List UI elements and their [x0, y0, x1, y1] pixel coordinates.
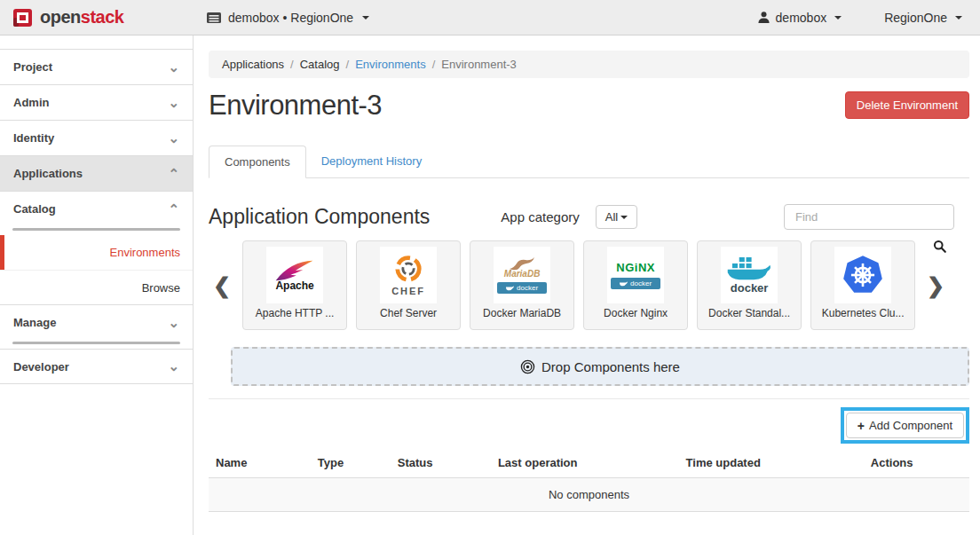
breadcrumb-separator: /: [290, 58, 294, 71]
component-card-chef[interactable]: CHEF Chef Server: [356, 240, 461, 330]
delete-environment-button[interactable]: Delete Environment: [845, 91, 969, 119]
docker-banner-text: docker: [517, 284, 538, 292]
app-category-value: All: [605, 210, 618, 224]
sidebar-item-label: Applications: [13, 167, 83, 180]
sidebar-item-environments[interactable]: Environments: [0, 235, 193, 270]
sidebar-item-label: Project: [13, 60, 52, 74]
openstack-cube-icon: [12, 6, 35, 29]
drop-target-icon: [520, 359, 535, 374]
search-button[interactable]: [933, 240, 946, 256]
empty-table-row: No components: [209, 478, 969, 512]
component-card-docker-mariadb[interactable]: MariaDB docker Docker MariaDB: [470, 240, 574, 330]
component-card-docker-nginx[interactable]: NGiNX docker Docker Nginx: [583, 240, 688, 330]
drop-components-zone[interactable]: Drop Components here: [231, 347, 969, 386]
sidebar-item-admin[interactable]: Admin ⌄: [0, 84, 193, 120]
switcher-label: demobox • RegionOne: [228, 11, 353, 25]
tab-components[interactable]: Components: [209, 146, 306, 178]
main-content: Applications/Catalog/Environments/Enviro…: [194, 35, 980, 535]
component-card-label: Docker MariaDB: [483, 307, 561, 319]
breadcrumb-catalog: Catalog: [300, 58, 340, 71]
sidebar-nav: Project ⌄ Admin ⌄ Identity ⌄ Application…: [0, 35, 194, 535]
sidebar-item-label: Admin: [13, 96, 49, 109]
project-region-switcher[interactable]: demobox • RegionOne: [206, 11, 369, 25]
breadcrumb-environments-link[interactable]: Environments: [355, 58, 425, 71]
sidebar-item-label: Manage: [13, 316, 56, 329]
tab-deployment-history[interactable]: Deployment History: [306, 146, 437, 177]
topbar-right-menus: demobox RegionOne: [757, 11, 980, 25]
top-navbar: openstack demobox • RegionOne demobox Re…: [0, 0, 980, 35]
sidebar-spacer: [0, 35, 193, 49]
kubernetes-logo: [834, 247, 891, 303]
find-input[interactable]: [784, 204, 954, 230]
manage-section-underline: [12, 342, 180, 344]
kubernetes-wheel-icon: [842, 254, 884, 296]
components-table-toolbar: + Add Component: [209, 407, 969, 444]
brand-wordmark: openstack: [40, 7, 123, 28]
sidebar-item-manage[interactable]: Manage ⌄: [0, 304, 193, 340]
carousel-next-button[interactable]: ❯: [922, 273, 949, 298]
plus-icon: +: [858, 421, 865, 431]
chevron-down-icon: ⌄: [168, 319, 179, 327]
breadcrumb-separator: /: [346, 58, 350, 71]
app-category-label: App category: [501, 209, 579, 224]
drop-zone-label: Drop Components here: [541, 359, 680, 374]
docker-banner: docker: [611, 278, 660, 289]
docker-whale-mini-icon: [620, 280, 628, 287]
docker-whale-icon: [726, 256, 772, 282]
component-card-apache[interactable]: Apache Apache HTTP ...: [242, 240, 347, 330]
breadcrumb-separator: /: [432, 58, 436, 71]
add-component-label: Add Component: [869, 419, 952, 432]
chef-logo-text: CHEF: [391, 286, 425, 296]
caret-down-icon: [362, 16, 369, 20]
brand-stack-text: stack: [81, 7, 124, 27]
action-highlight-ring: + Add Component: [841, 407, 969, 444]
empty-table-message: No components: [209, 478, 969, 512]
components-carousel: ❮ Apache Apache HTTP ...: [209, 240, 969, 330]
sidebar-item-catalog[interactable]: Catalog ⌃: [0, 191, 193, 226]
docker-whale-mini-icon: [506, 285, 514, 291]
region-menu[interactable]: RegionOne: [884, 11, 962, 25]
sidebar-link-label: Environments: [110, 246, 180, 259]
sidebar-item-label: Developer: [13, 360, 69, 374]
breadcrumb-current: Environment-3: [441, 58, 517, 71]
component-card-label: Docker Standal...: [708, 307, 790, 319]
component-card-label: Apache HTTP ...: [256, 307, 334, 319]
column-header-type: Type: [311, 447, 391, 478]
sidebar-item-label: Catalog: [13, 202, 56, 216]
sidebar-item-browse[interactable]: Browse: [0, 270, 193, 304]
chevron-down-icon: ⌄: [168, 63, 179, 72]
user-menu[interactable]: demobox: [757, 11, 842, 25]
sidebar-item-developer[interactable]: Developer ⌄: [0, 349, 193, 384]
sidebar-item-identity[interactable]: Identity ⌄: [0, 120, 193, 155]
app-category-dropdown[interactable]: All: [596, 205, 637, 229]
sidebar-item-applications[interactable]: Applications ⌃: [0, 155, 193, 191]
chef-logo: CHEF: [380, 247, 437, 303]
column-header-actions: Actions: [864, 447, 969, 478]
chevron-up-icon: ⌃: [168, 169, 179, 178]
components-table: Name Type Status Last operation Time upd…: [209, 447, 969, 512]
add-component-button[interactable]: + Add Component: [846, 413, 964, 438]
mariadb-logo-text: MariaDB: [504, 269, 541, 279]
carousel-prev-button[interactable]: ❮: [209, 273, 235, 298]
column-header-time-updated: Time updated: [679, 447, 864, 478]
sidebar-link-label: Browse: [142, 281, 180, 295]
column-header-name: Name: [209, 447, 311, 478]
search-icon: [933, 240, 946, 253]
chevron-down-icon: ⌄: [168, 98, 179, 107]
catalog-section-underline: [12, 228, 180, 231]
page-header: Environment-3 Delete Environment: [209, 90, 969, 122]
brand-open-text: open: [40, 7, 81, 27]
component-card-label: Kubernetes Clu...: [822, 307, 905, 319]
component-cards: Apache Apache HTTP ... CHEF Chef Server: [242, 240, 915, 330]
caret-down-icon: [955, 16, 962, 20]
apache-logo-text: Apache: [275, 279, 313, 292]
caret-down-icon: [834, 16, 842, 20]
column-header-last-operation: Last operation: [491, 447, 679, 478]
component-card-docker-standalone[interactable]: docker Docker Standal...: [697, 240, 802, 330]
docker-banner-text: docker: [630, 279, 652, 287]
docker-banner: docker: [497, 282, 547, 294]
sidebar-item-project[interactable]: Project ⌄: [0, 49, 193, 84]
component-card-kubernetes[interactable]: Kubernetes Clu...: [810, 240, 915, 330]
chevron-down-icon: ⌄: [168, 362, 179, 371]
chevron-down-icon: ⌄: [168, 134, 179, 143]
